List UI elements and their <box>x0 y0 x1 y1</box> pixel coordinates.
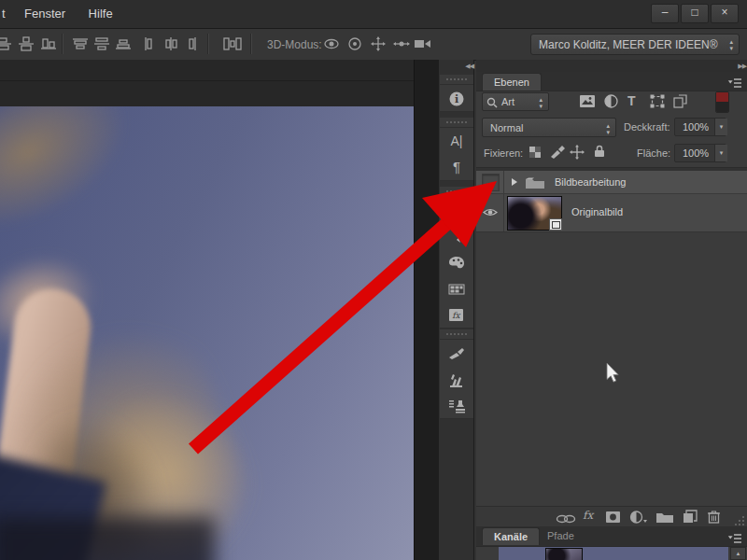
panel-group-gripper[interactable] <box>440 75 473 85</box>
distribute-horizontal-centers-icon[interactable] <box>162 36 180 51</box>
lock-all-icon[interactable] <box>593 144 606 161</box>
divider <box>250 34 252 54</box>
collapse-dock-icon[interactable]: ▶▶ <box>476 60 747 72</box>
swatches-panel-icon[interactable] <box>440 275 473 302</box>
group-expand-icon[interactable] <box>512 178 517 186</box>
new-layer-icon[interactable] <box>683 510 698 527</box>
panel-menu-icon[interactable] <box>727 76 742 87</box>
layer-name[interactable]: Bildbearbeitung <box>555 176 626 188</box>
scroll-up-icon[interactable]: ▲ <box>730 547 746 560</box>
3d-camera-icon[interactable] <box>413 36 431 51</box>
layer-row-bildbearbeitung[interactable]: Bildbearbeitung <box>476 171 747 194</box>
3d-roll-icon[interactable] <box>345 36 364 51</box>
layer-row-originalbild[interactable]: Originalbild <box>476 194 747 232</box>
dark-bottom <box>0 517 215 560</box>
character-panel-icon[interactable]: A| <box>440 128 473 155</box>
blend-mode-select[interactable]: Normal ▴▾ <box>482 118 616 137</box>
opacity-label: Deckkraft: <box>624 121 670 133</box>
document-canvas-photo[interactable] <box>0 106 414 560</box>
panel-menu-icon[interactable] <box>727 531 742 542</box>
channel-thumbnail[interactable] <box>545 548 583 560</box>
distribute-widths-icon[interactable] <box>222 36 241 51</box>
layers-tab-bar: Ebenen <box>476 72 747 91</box>
menu-item-truncated[interactable]: t <box>0 0 11 21</box>
panel-group-gripper[interactable] <box>440 118 473 128</box>
minimize-button[interactable]: – <box>651 4 679 23</box>
panel-group-gripper[interactable] <box>440 329 473 340</box>
close-button[interactable]: × <box>711 4 739 23</box>
3d-pan-icon[interactable] <box>369 36 388 51</box>
add-layer-mask-icon[interactable] <box>605 511 621 527</box>
delete-layer-icon[interactable] <box>707 510 721 527</box>
divider <box>62 34 63 54</box>
blend-mode-row: Normal ▴▾ Deckkraft: 100% ▾ <box>476 116 747 140</box>
canvas-gutter <box>414 60 440 560</box>
layer-style-icon[interactable]: fx <box>583 509 593 522</box>
hair-strands <box>0 106 153 244</box>
maximize-button[interactable]: □ <box>681 4 709 23</box>
layer-comps-panel-icon[interactable] <box>440 197 473 224</box>
lock-transparent-pixels-icon[interactable] <box>529 146 542 162</box>
workspace-selector[interactable]: Marco Kolditz, MEER DER IDEEN® ▴▾ <box>530 34 740 55</box>
distribute-left-edges-icon[interactable] <box>140 36 159 51</box>
menu-item-fenster[interactable]: Fenster <box>15 0 75 21</box>
align-vertical-centers-icon[interactable] <box>17 36 35 51</box>
fill-value[interactable]: 100% ▾ <box>674 144 726 162</box>
visibility-checkbox-off[interactable] <box>482 174 500 191</box>
channel-row-selected[interactable] <box>499 547 728 560</box>
filter-toggle-switch[interactable] <box>715 91 729 113</box>
filter-search-icon-label: Art <box>501 96 514 107</box>
panel-resize-grip[interactable] <box>734 515 745 525</box>
collapse-panels-icon[interactable]: ◀◀ <box>439 60 474 73</box>
3d-mode-label: 3D-Modus: <box>267 38 322 51</box>
canvas-background <box>0 60 414 107</box>
filter-type-select[interactable]: Art ▴▾ <box>482 92 549 111</box>
tab-ebenen[interactable]: Ebenen <box>482 73 542 91</box>
filter-shape-layers-icon[interactable] <box>650 94 665 112</box>
distribute-bottom-edges-icon[interactable] <box>114 36 133 51</box>
svg-text:i: i <box>455 93 458 105</box>
align-vertical-centers-icon[interactable] <box>0 36 12 51</box>
divider <box>0 80 414 81</box>
new-group-icon[interactable] <box>655 511 674 527</box>
photoshop-window: t Fenster Hilfe – □ × <box>0 0 747 560</box>
clone-source-panel-icon[interactable] <box>440 392 473 419</box>
channels-tab-bar: Kanäle Pfade <box>476 526 747 547</box>
distribute-top-edges-icon[interactable] <box>71 36 90 51</box>
lock-position-icon[interactable] <box>570 145 585 163</box>
panel-group-gripper[interactable] <box>440 187 473 197</box>
info-panel-icon[interactable]: i <box>440 85 473 112</box>
lock-row: Fixieren: Fläche: 100% ▾ <box>476 141 747 166</box>
eye-icon[interactable] <box>483 207 498 217</box>
divider <box>207 34 209 54</box>
paragraph-panel-icon[interactable]: ¶ <box>440 154 473 181</box>
brush-presets-panel-icon[interactable] <box>440 366 473 393</box>
new-adjustment-layer-icon[interactable] <box>629 511 648 527</box>
fill-dropdown-icon[interactable]: ▾ <box>714 145 727 161</box>
distribute-right-edges-icon[interactable] <box>183 36 202 51</box>
opacity-dropdown-icon[interactable]: ▾ <box>714 119 727 135</box>
stepper-arrows-icon: ▴▾ <box>539 96 543 109</box>
3d-slide-icon[interactable] <box>392 36 411 51</box>
color-panel-icon[interactable] <box>440 249 473 276</box>
lock-image-pixels-icon[interactable] <box>549 145 566 163</box>
smart-object-badge-icon <box>549 218 562 231</box>
filter-type-layers-icon[interactable]: T <box>627 93 636 108</box>
opacity-value[interactable]: 100% ▾ <box>674 118 726 136</box>
layer-name[interactable]: Originalbild <box>571 206 623 217</box>
visibility-column <box>476 171 504 193</box>
3d-orbit-icon[interactable] <box>322 36 341 51</box>
brush-panel-icon[interactable] <box>440 340 473 367</box>
layer-thumbnail[interactable] <box>507 196 562 231</box>
align-bottom-edges-icon[interactable] <box>39 36 58 51</box>
tab-kanaele[interactable]: Kanäle <box>482 527 540 545</box>
filter-smart-objects-icon[interactable] <box>673 94 688 112</box>
filter-pixel-layers-icon[interactable] <box>579 94 596 112</box>
properties-panel-icon[interactable] <box>440 223 473 250</box>
tab-pfade[interactable]: Pfade <box>536 527 585 545</box>
menu-item-hilfe[interactable]: Hilfe <box>79 0 122 21</box>
filter-adjustment-layers-icon[interactable] <box>604 94 618 112</box>
distribute-vertical-centers-icon[interactable] <box>92 36 111 51</box>
fill-label: Fläche: <box>637 147 670 159</box>
styles-panel-icon[interactable]: fx <box>440 301 473 329</box>
